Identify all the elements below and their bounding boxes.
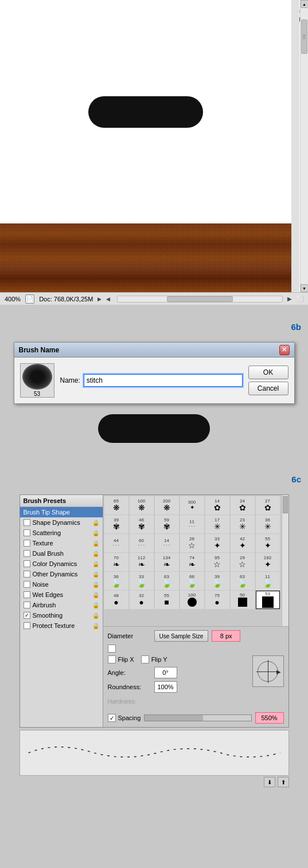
brush-cell-53-selected[interactable]: 53 (256, 591, 280, 609)
brush-cell-74[interactable]: 74 ❧ (180, 553, 204, 571)
brush-cell-23[interactable]: 23 ✳ (231, 515, 255, 533)
brush-cell-50[interactable]: 50 (231, 591, 255, 609)
brush-cell-48[interactable]: 48 ● (104, 591, 128, 609)
name-input[interactable] (84, 374, 243, 387)
brush-cell-36b[interactable]: 36 🍃 (104, 572, 128, 590)
brush-cell-192[interactable]: 192 ✦ (256, 553, 280, 571)
brush-cell-59[interactable]: 59 ✾ (155, 515, 179, 533)
doc-arrow[interactable]: ▶ (98, 296, 102, 302)
flip-x-checkbox[interactable] (108, 655, 116, 663)
brush-grid-scroll-thumb[interactable] (283, 496, 288, 513)
brush-cell-14b[interactable]: 14 · · · (155, 534, 179, 552)
brush-cell-44[interactable]: 44 · · · (104, 534, 128, 552)
sidebar-item-other-dynamics[interactable]: Other Dynamics 🔒 (20, 569, 103, 579)
sidebar-item-airbrush[interactable]: Airbrush 🔒 (20, 600, 103, 610)
nav-left[interactable]: ◀ (106, 296, 110, 302)
protect-texture-checkbox[interactable] (24, 622, 30, 629)
brush-cell-33b[interactable]: 33 🍃 (130, 572, 154, 590)
brush-cell-100b[interactable]: 100 (180, 591, 204, 609)
scroll-track (301, 8, 308, 284)
h-scroll-thumb[interactable] (167, 296, 233, 302)
brush-cell-27[interactable]: 27 ✿ (256, 496, 280, 514)
brush-cell-134[interactable]: 134 ❧ (155, 553, 179, 571)
brush-cell-63b[interactable]: 63 🍃 (231, 572, 255, 590)
sidebar-item-scattering[interactable]: Scattering 🔒 (20, 528, 103, 538)
other-dynamics-checkbox[interactable] (24, 571, 30, 578)
sidebar-item-wet-edges[interactable]: Wet Edges 🔒 (20, 590, 103, 600)
brush-cell-29[interactable]: 29 ☆ (231, 553, 255, 571)
cancel-button[interactable]: Cancel (248, 382, 288, 395)
brush-cell-42[interactable]: 42 ✦ (231, 534, 255, 552)
brush-cell-60[interactable]: 60 · · · (130, 534, 154, 552)
dialog-close-button[interactable]: ✕ (279, 345, 290, 355)
brush-cell-65[interactable]: 65 ❋ (104, 496, 128, 514)
brush-cell-36a[interactable]: 36 ✳ (256, 515, 280, 533)
color-dynamics-checkbox[interactable] (24, 560, 30, 567)
status-end[interactable]: ⬜ (297, 296, 303, 302)
roundness-input[interactable] (154, 681, 177, 693)
sidebar-item-texture[interactable]: Texture 🔒 (20, 538, 103, 548)
brush-cell-63a[interactable]: 63 🍃 (155, 572, 179, 590)
brush-cell-95[interactable]: 95 ☆ (205, 553, 229, 571)
angle-row: Angle: (108, 667, 247, 678)
use-sample-size-button[interactable]: Use Sample Size (154, 630, 209, 642)
spacing-value-input[interactable] (255, 712, 284, 724)
bottom-icon-2[interactable]: ⬆ (278, 777, 289, 787)
sidebar-item-dual-brush[interactable]: Dual Brush 🔒 (20, 548, 103, 559)
brush-cell-200[interactable]: 200 ❋ (155, 496, 179, 514)
angle-input[interactable] (154, 667, 177, 678)
flip-y-checkbox[interactable] (141, 655, 149, 663)
scattering-checkbox[interactable] (24, 529, 30, 536)
texture-checkbox[interactable] (24, 540, 30, 547)
scroll-down-btn[interactable]: ▼ (301, 284, 309, 292)
brush-cell-17[interactable]: 17 ✳ (205, 515, 229, 533)
brush-cell-39b[interactable]: 39 🍃 (205, 572, 229, 590)
airbrush-checkbox[interactable] (24, 602, 30, 608)
brush-cell-55b[interactable]: 55 ■ (155, 591, 179, 609)
sidebar-item-label-wrap: Protect Texture (24, 622, 75, 629)
diameter-checkbox[interactable] (108, 645, 116, 653)
brush-cell-55a[interactable]: 55 ✦ (256, 534, 280, 552)
brush-cell-11a[interactable]: 11 · · · (180, 515, 204, 533)
scroll-up-btn[interactable]: ▲ (301, 0, 309, 8)
diameter-value-input[interactable] (212, 630, 240, 642)
sidebar-item-protect-texture[interactable]: Protect Texture 🔒 (20, 620, 103, 631)
brush-cell-24[interactable]: 24 ✿ (231, 496, 255, 514)
brush-cell-39[interactable]: 39 ✾ (104, 515, 128, 533)
sidebar-item-shape-dynamics[interactable]: Shape Dynamics 🔒 (20, 517, 103, 528)
brush-grid-scrollbar[interactable] (282, 495, 288, 626)
brush-cell-32[interactable]: 32 ● (130, 591, 154, 609)
ok-button[interactable]: OK (248, 366, 288, 379)
brush-cell-100[interactable]: 100 ❋ (130, 496, 154, 514)
spacing-slider[interactable] (144, 714, 251, 721)
brush-cell-33a[interactable]: 33 ✦ (205, 534, 229, 552)
brush-panel: Brush Presets Brush Tip Shape Shape Dyna… (20, 494, 289, 728)
bottom-icon-1[interactable]: ⬇ (264, 777, 275, 787)
sidebar-item-brush-tip-shape[interactable]: Brush Tip Shape (20, 507, 103, 517)
brush-cell-11b[interactable]: 11 🍃 (256, 572, 280, 590)
brush-cell-112[interactable]: 112 ❧ (130, 553, 154, 571)
noise-checkbox[interactable] (24, 581, 30, 588)
horizontal-scrollbar[interactable] (117, 296, 283, 303)
spacing-checkbox[interactable]: ✓ (108, 714, 116, 722)
sidebar-item-smoothing[interactable]: ✓ Smoothing 🔒 (20, 610, 103, 620)
sidebar-item-noise[interactable]: Noise 🔒 (20, 579, 103, 590)
brush-cell-75[interactable]: 75 ● (205, 591, 229, 609)
smoothing-checkbox[interactable]: ✓ (24, 612, 30, 619)
canvas-info-icon[interactable]: 📄 (25, 294, 34, 304)
brush-cell-14a[interactable]: 14 ✿ (205, 496, 229, 514)
sidebar-item-color-dynamics[interactable]: Color Dynamics 🔒 (20, 559, 103, 569)
wet-edges-checkbox[interactable] (24, 591, 30, 598)
brush-cell-70[interactable]: 70 ❧ (104, 553, 128, 571)
brush-options: Diameter Use Sample Size (103, 627, 288, 727)
flip-x-label: Flip X (118, 656, 134, 663)
dual-brush-checkbox[interactable] (24, 550, 30, 557)
brush-cell-66[interactable]: 66 🍃 (180, 572, 204, 590)
scroll-thumb[interactable] (301, 19, 307, 54)
canvas-scrollbar[interactable]: ▲ ▼ (300, 0, 308, 292)
brush-cell-46[interactable]: 46 ✾ (130, 515, 154, 533)
status-right[interactable]: ▶ (287, 296, 292, 302)
brush-cell-26[interactable]: 26 ☆ (180, 534, 204, 552)
shape-dynamics-checkbox[interactable] (24, 519, 30, 526)
brush-cell-300[interactable]: 300 ✦ (180, 496, 204, 514)
